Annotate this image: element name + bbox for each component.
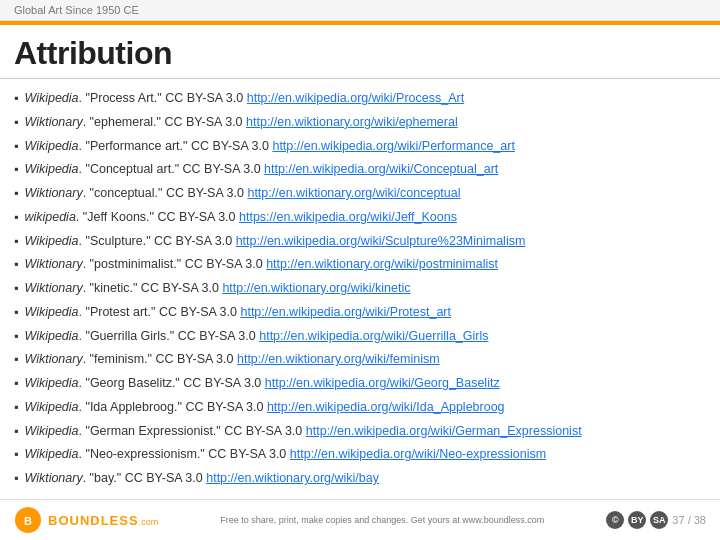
list-item: ▪Wikipedia. "German Expressionist." CC B… <box>14 422 706 441</box>
bullet-icon: ▪ <box>14 374 18 393</box>
boundless-com: .com <box>139 517 159 527</box>
bullet-icon: ▪ <box>14 303 18 322</box>
list-item: ▪Wiktionary. "bay." CC BY-SA 3.0 http://… <box>14 469 706 488</box>
source-name: Wiktionary <box>24 352 82 366</box>
item-text: Wikipedia. "Sculpture." CC BY-SA 3.0 htt… <box>24 232 525 251</box>
cc-by-icon: BY <box>628 511 646 529</box>
bullet-icon: ▪ <box>14 445 18 464</box>
bullet-icon: ▪ <box>14 469 18 488</box>
source-name: Wikipedia <box>24 424 78 438</box>
footer-right: © BY SA 37 / 38 <box>606 511 706 529</box>
attribution-link[interactable]: http://en.wiktionary.org/wiki/feminism <box>237 352 440 366</box>
bullet-icon: ▪ <box>14 208 18 227</box>
item-text: Wikipedia. "Performance art." CC BY-SA 3… <box>24 137 514 156</box>
list-item: ▪Wikipedia. "Sculpture." CC BY-SA 3.0 ht… <box>14 232 706 251</box>
source-name: Wiktionary <box>24 281 82 295</box>
list-item: ▪Wiktionary. "ephemeral." CC BY-SA 3.0 h… <box>14 113 706 132</box>
list-item: ▪Wikipedia. "Performance art." CC BY-SA … <box>14 137 706 156</box>
bullet-icon: ▪ <box>14 255 18 274</box>
footer: B BOUNDLESS.com Free to share, print, ma… <box>0 499 720 540</box>
list-item: ▪Wikipedia. "Protest art." CC BY-SA 3.0 … <box>14 303 706 322</box>
attribution-link[interactable]: http://en.wikipedia.org/wiki/Conceptual_… <box>264 162 498 176</box>
attribution-link[interactable]: http://en.wikipedia.org/wiki/Neo-express… <box>290 447 546 461</box>
list-item: ▪Wikipedia. "Georg Baselitz." CC BY-SA 3… <box>14 374 706 393</box>
source-name: Wikipedia <box>24 162 78 176</box>
attribution-link[interactable]: http://en.wiktionary.org/wiki/postminima… <box>266 257 498 271</box>
item-text: Wikipedia. "Guerrilla Girls." CC BY-SA 3… <box>24 327 488 346</box>
item-text: Wiktionary. "postminimalist." CC BY-SA 3… <box>24 255 498 274</box>
source-name: Wiktionary <box>24 186 82 200</box>
boundless-text: BOUNDLESS <box>48 513 139 528</box>
source-name: Wikipedia <box>24 91 78 105</box>
cc-icon: © <box>606 511 624 529</box>
bullet-icon: ▪ <box>14 422 18 441</box>
bullet-icon: ▪ <box>14 160 18 179</box>
list-item: ▪Wikipedia. "Guerrilla Girls." CC BY-SA … <box>14 327 706 346</box>
footer-logo: B BOUNDLESS.com <box>14 506 158 534</box>
footer-center-text: Free to share, print, make copies and ch… <box>220 515 544 525</box>
attribution-link[interactable]: http://en.wiktionary.org/wiki/ephemeral <box>246 115 458 129</box>
source-name: Wikipedia <box>24 376 78 390</box>
list-item: ▪Wiktionary. "kinetic." CC BY-SA 3.0 htt… <box>14 279 706 298</box>
bullet-icon: ▪ <box>14 232 18 251</box>
source-name: Wiktionary <box>24 471 82 485</box>
attribution-link[interactable]: http://en.wiktionary.org/wiki/kinetic <box>222 281 410 295</box>
list-item: ▪Wikipedia. "Ida Applebroog." CC BY-SA 3… <box>14 398 706 417</box>
list-item: ▪Wikipedia. "Neo-expressionism." CC BY-S… <box>14 445 706 464</box>
attribution-link[interactable]: http://en.wiktionary.org/wiki/bay <box>206 471 379 485</box>
item-text: Wikipedia. "Process Art." CC BY-SA 3.0 h… <box>24 89 464 108</box>
source-name: Wikipedia <box>24 234 78 248</box>
bullet-icon: ▪ <box>14 113 18 132</box>
list-item: ▪wikipedia. "Jeff Koons." CC BY-SA 3.0 h… <box>14 208 706 227</box>
cc-sa-icon: SA <box>650 511 668 529</box>
title-section: Attribution <box>0 25 720 79</box>
attribution-link[interactable]: http://en.wikipedia.org/wiki/Sculpture%2… <box>236 234 526 248</box>
attribution-link[interactable]: http://en.wikipedia.org/wiki/Georg_Basel… <box>265 376 500 390</box>
bullet-icon: ▪ <box>14 350 18 369</box>
source-name: Wiktionary <box>24 257 82 271</box>
attribution-link[interactable]: http://en.wikipedia.org/wiki/Ida_Applebr… <box>267 400 505 414</box>
content-area: ▪Wikipedia. "Process Art." CC BY-SA 3.0 … <box>0 79 720 501</box>
attribution-link[interactable]: http://en.wikipedia.org/wiki/German_Expr… <box>306 424 582 438</box>
item-text: Wiktionary. "bay." CC BY-SA 3.0 http://e… <box>24 469 379 488</box>
item-text: Wikipedia. "Neo-expressionism." CC BY-SA… <box>24 445 546 464</box>
attribution-link[interactable]: http://en.wikipedia.org/wiki/Process_Art <box>247 91 464 105</box>
bullet-icon: ▪ <box>14 184 18 203</box>
bullet-icon: ▪ <box>14 327 18 346</box>
svg-text:B: B <box>24 515 32 527</box>
source-name: Wikipedia <box>24 305 78 319</box>
bullet-icon: ▪ <box>14 89 18 108</box>
item-text: Wiktionary. "feminism." CC BY-SA 3.0 htt… <box>24 350 439 369</box>
source-name: Wiktionary <box>24 115 82 129</box>
bullet-icon: ▪ <box>14 279 18 298</box>
item-text: Wikipedia. "German Expressionist." CC BY… <box>24 422 581 441</box>
top-bar: Global Art Since 1950 CE <box>0 0 720 21</box>
list-item: ▪Wiktionary. "conceptual." CC BY-SA 3.0 … <box>14 184 706 203</box>
source-name: Wikipedia <box>24 400 78 414</box>
source-name: Wikipedia <box>24 329 78 343</box>
source-name: Wikipedia <box>24 447 78 461</box>
item-text: Wikipedia. "Conceptual art." CC BY-SA 3.… <box>24 160 498 179</box>
item-text: Wikipedia. "Protest art." CC BY-SA 3.0 h… <box>24 303 451 322</box>
attribution-link[interactable]: http://en.wikipedia.org/wiki/Performance… <box>272 139 514 153</box>
attribution-link[interactable]: http://en.wikipedia.org/wiki/Protest_art <box>240 305 451 319</box>
attribution-link[interactable]: http://en.wiktionary.org/wiki/conceptual <box>247 186 460 200</box>
source-name: wikipedia <box>24 210 75 224</box>
list-item: ▪Wiktionary. "postminimalist." CC BY-SA … <box>14 255 706 274</box>
page-title: Attribution <box>14 35 706 72</box>
page-number: 37 / 38 <box>672 514 706 526</box>
list-item: ▪Wiktionary. "feminism." CC BY-SA 3.0 ht… <box>14 350 706 369</box>
top-bar-label: Global Art Since 1950 CE <box>14 4 139 16</box>
list-item: ▪Wikipedia. "Process Art." CC BY-SA 3.0 … <box>14 89 706 108</box>
bullet-icon: ▪ <box>14 398 18 417</box>
item-text: Wikipedia. "Georg Baselitz." CC BY-SA 3.… <box>24 374 499 393</box>
item-text: Wikipedia. "Ida Applebroog." CC BY-SA 3.… <box>24 398 504 417</box>
list-item: ▪Wikipedia. "Conceptual art." CC BY-SA 3… <box>14 160 706 179</box>
attribution-link[interactable]: https://en.wikipedia.org/wiki/Jeff_Koons <box>239 210 457 224</box>
bullet-icon: ▪ <box>14 137 18 156</box>
boundless-logo-icon: B <box>14 506 42 534</box>
item-text: Wiktionary. "ephemeral." CC BY-SA 3.0 ht… <box>24 113 457 132</box>
attribution-link[interactable]: http://en.wikipedia.org/wiki/Guerrilla_G… <box>259 329 488 343</box>
source-name: Wikipedia <box>24 139 78 153</box>
item-text: wikipedia. "Jeff Koons." CC BY-SA 3.0 ht… <box>24 208 457 227</box>
